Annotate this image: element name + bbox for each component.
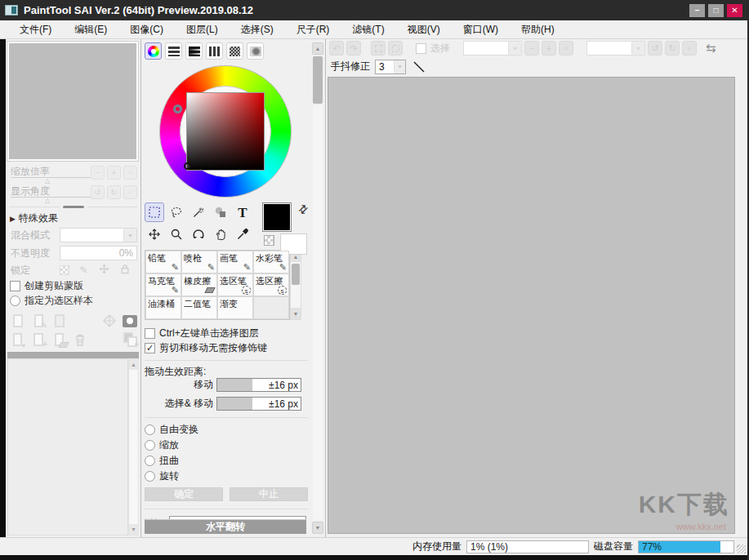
- rotate-ccw-button[interactable]: ↺: [91, 185, 105, 199]
- brush-selection-eraser[interactable]: 选区擦s: [253, 273, 289, 296]
- panel-divider[interactable]: [6, 203, 140, 211]
- clipping-mask-row[interactable]: 创建剪贴蒙版: [6, 278, 140, 293]
- brush-eraser[interactable]: 橡皮擦: [181, 273, 217, 296]
- flip-view-button[interactable]: ⇆: [706, 41, 716, 56]
- menu-filter[interactable]: 滤镜(T): [341, 21, 395, 38]
- zoom-out-button[interactable]: −: [91, 166, 105, 180]
- layers-list[interactable]: [7, 358, 128, 536]
- scroll-track[interactable]: [313, 105, 323, 520]
- hand-tool[interactable]: [211, 224, 230, 244]
- cut-move-option[interactable]: ✓ 剪切和移动无需按修饰键: [145, 340, 308, 355]
- transform-rotate-option[interactable]: 旋转: [145, 469, 308, 484]
- canvas-zoom-reset-button[interactable]: ▫: [559, 41, 573, 56]
- brush-binary-pen[interactable]: 二值笔: [181, 296, 217, 319]
- abort-button[interactable]: 中止: [230, 487, 308, 501]
- transform-scale-radio[interactable]: [145, 440, 155, 451]
- scratchpad-tab[interactable]: [247, 42, 264, 60]
- brush-brush[interactable]: 画笔✎: [217, 251, 253, 273]
- canvas-rotate-ccw-button[interactable]: ↺: [648, 41, 662, 56]
- rgb-sliders-tab[interactable]: [165, 42, 182, 60]
- menu-select[interactable]: 选择(S): [230, 21, 285, 38]
- select-move-distance-slider[interactable]: ±16 px: [216, 397, 301, 411]
- opacity-input[interactable]: 0%: [60, 246, 137, 260]
- scroll-up-icon[interactable]: ▲: [129, 359, 138, 370]
- selection-visibility-checkbox[interactable]: [416, 43, 426, 54]
- resize-grip[interactable]: [737, 544, 746, 553]
- undo-button[interactable]: ↶: [329, 41, 344, 56]
- hsv-sliders-tab[interactable]: [185, 42, 203, 60]
- special-effects-section[interactable]: ▶ 特殊效果: [6, 211, 140, 226]
- scroll-down-icon[interactable]: ▼: [312, 522, 323, 534]
- text-tool[interactable]: T: [233, 202, 252, 222]
- scroll-thumb[interactable]: [292, 264, 300, 285]
- rotate-cw-button[interactable]: ↻: [107, 185, 121, 199]
- selection-source-row[interactable]: 指定为选区样本: [6, 293, 140, 308]
- primary-color-swatch[interactable]: [262, 202, 292, 232]
- layers-scrollbar[interactable]: ▲ ▼: [128, 358, 139, 536]
- mixed-sliders-tab[interactable]: [206, 42, 223, 60]
- color-wheel[interactable]: [159, 65, 292, 198]
- scroll-up-icon[interactable]: ▲: [312, 42, 323, 55]
- hue-marker-icon[interactable]: [173, 104, 182, 113]
- line-style-button[interactable]: [411, 60, 427, 74]
- menu-file[interactable]: 文件(F): [8, 21, 63, 38]
- minimize-button[interactable]: –: [689, 4, 705, 17]
- brush-marker[interactable]: 马克笔✎: [145, 273, 181, 296]
- clear-layer-button[interactable]: [52, 332, 66, 347]
- navigator-preview[interactable]: [7, 42, 138, 161]
- transform-free-option[interactable]: 自由变换: [145, 422, 308, 438]
- brush-watercolor[interactable]: 水彩笔✎: [253, 251, 289, 273]
- brush-empty-slot[interactable]: [253, 296, 289, 319]
- menu-window[interactable]: 窗口(W): [452, 21, 510, 38]
- lock-move-icon[interactable]: [98, 264, 110, 277]
- view-angle-slider[interactable]: [11, 197, 92, 198]
- ok-button[interactable]: 确定: [145, 487, 223, 501]
- angle-reset-button[interactable]: ▫: [123, 185, 137, 199]
- zoom-ratio-slider[interactable]: [11, 177, 92, 178]
- canvas-rotate-cw-button[interactable]: ↻: [665, 41, 680, 56]
- brush-airbrush[interactable]: 喷枪✎: [181, 251, 217, 273]
- eyedropper-tool[interactable]: [233, 224, 252, 244]
- deselect-button[interactable]: [371, 41, 386, 56]
- lock-all-icon[interactable]: [118, 264, 131, 277]
- scroll-track[interactable]: [129, 370, 138, 524]
- stabilizer-select[interactable]: 3 ▼: [375, 60, 406, 74]
- canvas[interactable]: KK下载 www.kkx.net: [328, 77, 735, 534]
- brush-gradient[interactable]: 渐变: [217, 296, 253, 319]
- new-layer-folder-button[interactable]: [52, 313, 67, 328]
- transform-free-radio[interactable]: [145, 424, 155, 435]
- canvas-angle-reset-button[interactable]: ▫: [682, 41, 697, 56]
- new-linework-layer-button[interactable]: ✎: [32, 313, 47, 328]
- menu-layer[interactable]: 图层(L): [175, 21, 230, 38]
- shape-tool[interactable]: [211, 202, 230, 222]
- canvas-zoom-select[interactable]: ▼: [463, 41, 522, 56]
- select-layer-checkbox[interactable]: [145, 328, 155, 339]
- menu-image[interactable]: 图像(C): [118, 21, 175, 38]
- zoom-reset-button[interactable]: ▫: [123, 166, 137, 180]
- transparent-color-swatch[interactable]: [264, 235, 274, 246]
- transform-distort-radio[interactable]: [145, 456, 155, 466]
- rect-select-tool[interactable]: [145, 202, 164, 222]
- transform-scale-option[interactable]: 缩放: [145, 438, 308, 453]
- zoom-in-button[interactable]: +: [107, 166, 121, 180]
- color-wheel-tab[interactable]: [145, 42, 162, 60]
- reselect-button[interactable]: [388, 41, 403, 56]
- blend-mode-select[interactable]: ▼: [60, 228, 137, 242]
- canvas-zoom-in-button[interactable]: +: [542, 41, 556, 56]
- cut-move-checkbox[interactable]: ✓: [145, 343, 155, 353]
- angle-slider-marker[interactable]: △: [45, 197, 50, 204]
- transform-distort-option[interactable]: 扭曲: [145, 453, 308, 469]
- swatches-tab[interactable]: [226, 42, 243, 60]
- scroll-down-icon[interactable]: ▼: [291, 308, 301, 319]
- maximize-button[interactable]: □: [708, 4, 724, 17]
- swap-colors-icon[interactable]: ⇄: [295, 201, 311, 217]
- move-tool[interactable]: [145, 224, 164, 244]
- clipping-mask-checkbox[interactable]: [10, 281, 20, 291]
- flip-horizontal-button[interactable]: 水平翻转: [145, 519, 306, 534]
- menu-help[interactable]: 帮助(H): [510, 21, 566, 38]
- brush-pencil[interactable]: 铅笔✎: [145, 251, 181, 273]
- zoom-tool[interactable]: [167, 224, 186, 244]
- transform-mesh-icon[interactable]: [102, 313, 117, 328]
- transfer-down-button[interactable]: ▼: [11, 332, 25, 347]
- rotate-view-tool[interactable]: [189, 224, 208, 244]
